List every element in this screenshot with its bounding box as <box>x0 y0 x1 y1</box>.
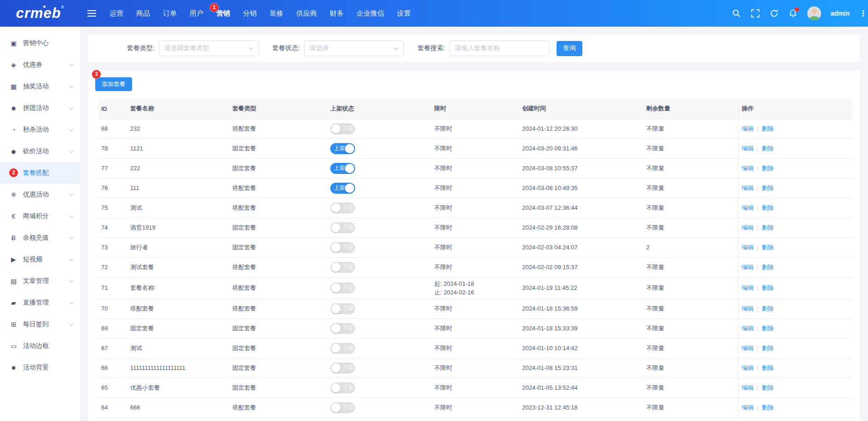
status-toggle[interactable]: 下架 <box>330 123 355 134</box>
status-toggle[interactable]: 下架 <box>330 343 355 354</box>
delete-link[interactable]: 删除 <box>762 204 774 211</box>
add-package-button[interactable]: 添加套餐 3 <box>95 77 132 91</box>
delete-link[interactable]: 删除 <box>762 224 774 231</box>
delete-link[interactable]: 删除 <box>762 384 774 391</box>
edit-link[interactable]: 编辑 <box>742 224 754 231</box>
avatar[interactable] <box>807 6 821 20</box>
sidebar-item-package-combo[interactable]: 2套餐搭配 <box>0 162 80 184</box>
status-toggle[interactable]: 下架 <box>330 363 355 374</box>
edit-link[interactable]: 编辑 <box>742 125 754 132</box>
sidebar-item-mall-points[interactable]: €商城积分 <box>0 205 80 227</box>
nav-item-decoration[interactable]: 装修 <box>263 0 290 27</box>
delete-link[interactable]: 删除 <box>762 165 774 172</box>
nav-item-marketing[interactable]: 营销1 <box>210 0 236 27</box>
nav-item-operation[interactable]: 运营 <box>103 0 130 27</box>
more-icon[interactable]: ⋮ <box>859 9 867 18</box>
sidebar-item-daily-checkin[interactable]: ⊞每日签到 <box>0 313 80 335</box>
delete-link[interactable]: 删除 <box>762 404 774 411</box>
package-search-filter: 套餐搜索: 请输入套餐名称 <box>418 40 549 56</box>
sidebar-item-live-manage[interactable]: ▰直播管理 <box>0 292 80 313</box>
delete-link[interactable]: 删除 <box>762 145 774 152</box>
delete-link[interactable]: 删除 <box>762 264 774 271</box>
sidebar-item-flash-sale[interactable]: ◔秒杀活动 <box>0 119 80 140</box>
sidebar-item-activity-bg[interactable]: ■活动背景 <box>0 357 80 378</box>
edit-link[interactable]: 编辑 <box>742 284 754 291</box>
status-toggle[interactable]: 上架 <box>330 143 355 154</box>
nav-item-wecom[interactable]: 企业微信 <box>350 0 391 27</box>
package-status-select[interactable]: 请选择 <box>304 40 404 56</box>
collapse-sidebar-icon[interactable] <box>87 10 96 17</box>
sidebar-item-balance-recharge[interactable]: Ƀ余额充值 <box>0 227 80 248</box>
edit-link[interactable]: 编辑 <box>742 145 754 152</box>
delete-link[interactable]: 删除 <box>762 345 774 352</box>
delete-link[interactable]: 删除 <box>762 284 774 291</box>
sidebar-item-bargain[interactable]: ◆砍价活动 <box>0 140 80 162</box>
sidebar-item-activity-border[interactable]: ▭活动边框 <box>0 335 80 357</box>
nav-item-distribution[interactable]: 分销 <box>236 0 263 27</box>
delete-link[interactable]: 删除 <box>762 185 774 191</box>
table-row: 74酒窖1919固定套餐下架不限时2024-02-29 16:28:08不限量编… <box>98 218 852 237</box>
sidebar-item-marketing-center[interactable]: ▣营销中心 <box>0 32 80 54</box>
query-button[interactable]: 查询 <box>557 41 582 56</box>
edit-link[interactable]: 编辑 <box>742 244 754 251</box>
status-toggle[interactable]: 上架 <box>330 163 355 174</box>
sidebar-item-article-manage[interactable]: ▤文章管理 <box>0 270 80 292</box>
edit-link[interactable]: 编辑 <box>742 185 754 191</box>
status-toggle[interactable]: 上架 <box>330 183 355 194</box>
edit-link[interactable]: 编辑 <box>742 165 754 172</box>
search-icon[interactable] <box>732 9 741 18</box>
sidebar-item-lottery[interactable]: ▦抽奖活动 <box>0 75 80 97</box>
status-toggle[interactable]: 下架 <box>330 303 355 314</box>
nav-item-product[interactable]: 商品 <box>130 0 156 27</box>
action-separator: | <box>757 384 759 391</box>
status-toggle[interactable]: 下架 <box>330 283 355 294</box>
package-search-label: 套餐搜索: <box>418 44 445 52</box>
edit-link[interactable]: 编辑 <box>742 364 754 371</box>
sidebar-item-group-buy[interactable]: ☻拼团活动 <box>0 97 80 119</box>
nav-item-label: 营销 <box>216 9 230 17</box>
nav-item-finance[interactable]: 财务 <box>323 0 350 27</box>
app-logo[interactable]: crmeb ® <box>0 1 80 25</box>
status-toggle[interactable]: 下架 <box>330 323 355 334</box>
package-search-input[interactable]: 请输入套餐名称 <box>449 40 549 56</box>
delete-link[interactable]: 删除 <box>762 244 774 251</box>
fullscreen-icon[interactable] <box>751 9 760 18</box>
status-toggle[interactable]: 下架 <box>330 402 355 413</box>
status-toggle[interactable]: 下架 <box>330 202 355 213</box>
nav-item-label: 供应商 <box>296 9 317 17</box>
nav-item-settings[interactable]: 设置 <box>391 0 417 27</box>
status-toggle[interactable]: 下架 <box>330 222 355 233</box>
promo-activity-icon: ※ <box>9 191 18 198</box>
sidebar-item-coupon[interactable]: ◈优惠券 <box>0 54 80 75</box>
chevron-down-icon <box>69 127 74 131</box>
nav-item-user[interactable]: 用户 <box>183 0 210 27</box>
delete-link[interactable]: 删除 <box>762 364 774 371</box>
bell-icon[interactable] <box>788 9 798 18</box>
package-type: 搭配套餐 <box>232 305 256 312</box>
edit-link[interactable]: 编辑 <box>742 384 754 391</box>
status-toggle[interactable]: 下架 <box>330 262 355 273</box>
edit-link[interactable]: 编辑 <box>742 264 754 271</box>
time-limit: 不限时 <box>434 344 517 352</box>
edit-link[interactable]: 编辑 <box>742 404 754 411</box>
edit-link[interactable]: 编辑 <box>742 204 754 211</box>
sidebar-item-label: 优惠活动 <box>23 190 49 199</box>
delete-link[interactable]: 删除 <box>762 325 774 332</box>
nav-item-order[interactable]: 订单 <box>156 0 183 27</box>
sidebar-item-label: 每日签到 <box>23 320 49 329</box>
edit-link[interactable]: 编辑 <box>742 305 754 312</box>
status-toggle[interactable]: 下架 <box>330 242 355 253</box>
status-toggle[interactable]: 下架 <box>330 382 355 393</box>
table-row: 71套餐名称:搭配套餐下架起: 2024-01-18止: 2024-02-162… <box>98 277 852 299</box>
delete-link[interactable]: 删除 <box>762 305 774 312</box>
sidebar-item-short-video[interactable]: ▶短视频 <box>0 248 80 270</box>
delete-link[interactable]: 删除 <box>762 125 774 132</box>
edit-link[interactable]: 编辑 <box>742 345 754 352</box>
username[interactable]: admin <box>831 10 850 17</box>
edit-link[interactable]: 编辑 <box>742 325 754 332</box>
nav-item-supplier[interactable]: 供应商 <box>290 0 323 27</box>
chevron-down-icon <box>69 105 74 110</box>
refresh-icon[interactable] <box>770 9 779 18</box>
package-type-select[interactable]: 请选择套餐类型 <box>159 40 259 56</box>
sidebar-item-promo-activity[interactable]: ※优惠活动 <box>0 184 80 205</box>
